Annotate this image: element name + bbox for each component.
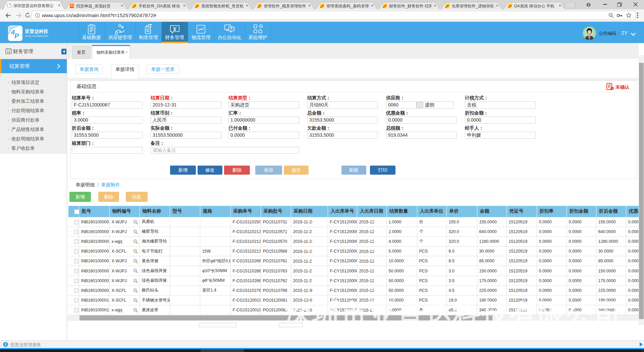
svg-text:P: P bbox=[14, 32, 19, 40]
